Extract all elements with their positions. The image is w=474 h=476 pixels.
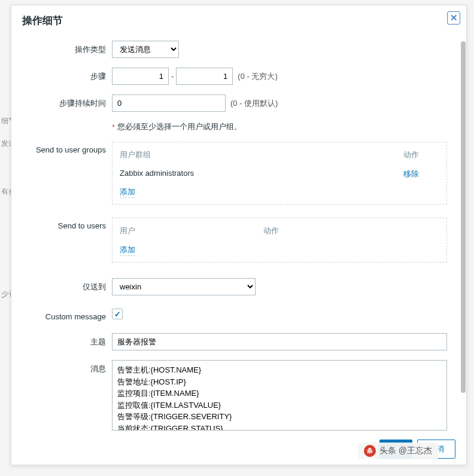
watermark: 条 头条 @王忘杰 xyxy=(358,443,438,459)
duration-hint: (0 - 使用默认) xyxy=(230,98,278,109)
message-textarea[interactable] xyxy=(112,360,447,431)
required-asterisk: * xyxy=(112,123,115,132)
custom-message-checkbox[interactable]: ✓ xyxy=(112,309,123,319)
label-custom-message: Custom message xyxy=(22,309,112,321)
row-send-users: Send to users 用户 动作 添加 xyxy=(22,218,455,263)
modal-header: 操作细节 ✕ xyxy=(11,5,466,35)
th-user-group: 用户群组 xyxy=(120,149,403,160)
row-send-only: 仅送到 weixin xyxy=(22,278,455,295)
row-custom-message: Custom message ✓ xyxy=(22,309,455,321)
row-message: 消息 xyxy=(22,360,455,431)
label-subject: 主题 xyxy=(22,333,112,347)
modal-body: 操作类型 发送消息 步骤 - (0 - 无穷大) 步骤持续时间 (0 - 使用默… xyxy=(11,35,466,441)
label-steps: 步骤 xyxy=(22,68,112,82)
remove-link[interactable]: 移除 xyxy=(403,169,419,178)
label-send-users: Send to users xyxy=(22,218,112,230)
steps-hint: (0 - 无穷大) xyxy=(238,71,277,82)
label-step-duration: 步骤持续时间 xyxy=(22,94,112,109)
step-duration-input[interactable] xyxy=(112,94,226,112)
send-only-select[interactable]: weixin xyxy=(112,278,256,295)
add-user-link[interactable]: 添加 xyxy=(120,241,135,256)
close-button[interactable]: ✕ xyxy=(447,11,460,25)
row-required-note: * 您必须至少选择一个用户或用户组。 xyxy=(22,121,455,132)
operation-type-select[interactable]: 发送消息 xyxy=(112,41,179,58)
label-operation-type: 操作类型 xyxy=(22,41,112,55)
user-group-name: Zabbix administrators xyxy=(120,169,403,179)
th-user-action: 动作 xyxy=(263,225,279,236)
required-note-text: 您必须至少选择一个用户或用户组。 xyxy=(117,121,242,132)
user-groups-table: 用户群组 动作 Zabbix administrators 移除 添加 xyxy=(112,142,447,205)
scrollbar[interactable] xyxy=(461,41,466,393)
user-groups-header: 用户群组 动作 xyxy=(120,147,439,165)
row-subject: 主题 xyxy=(22,333,455,350)
operation-details-modal: 操作细节 ✕ 操作类型 发送消息 步骤 - (0 - 无穷大) 步骤持续时间 xyxy=(11,5,467,465)
watermark-icon: 条 xyxy=(364,445,376,457)
users-table: 用户 动作 添加 xyxy=(112,218,447,263)
row-send-user-groups: Send to user groups 用户群组 动作 Zabbix admin… xyxy=(22,142,455,205)
row-step-duration: 步骤持续时间 (0 - 使用默认) xyxy=(22,94,455,112)
label-send-user-groups: Send to user groups xyxy=(22,142,112,154)
subject-input[interactable] xyxy=(112,333,447,350)
watermark-text: 头条 @王忘杰 xyxy=(379,446,432,456)
row-operation-type: 操作类型 发送消息 xyxy=(22,41,455,58)
step-from-input[interactable] xyxy=(112,68,169,85)
modal-title: 操作细节 xyxy=(22,14,455,28)
users-header: 用户 动作 xyxy=(120,223,439,241)
label-send-only: 仅送到 xyxy=(22,278,112,292)
step-to-input[interactable] xyxy=(176,68,233,85)
row-steps: 步骤 - (0 - 无穷大) xyxy=(22,68,455,85)
th-action: 动作 xyxy=(403,149,439,160)
label-empty xyxy=(22,121,112,125)
add-user-group-link[interactable]: 添加 xyxy=(120,183,135,198)
th-user: 用户 xyxy=(120,225,263,236)
label-message: 消息 xyxy=(22,360,112,374)
dash-separator: - xyxy=(171,72,174,81)
table-row: Zabbix administrators 移除 xyxy=(120,165,439,183)
